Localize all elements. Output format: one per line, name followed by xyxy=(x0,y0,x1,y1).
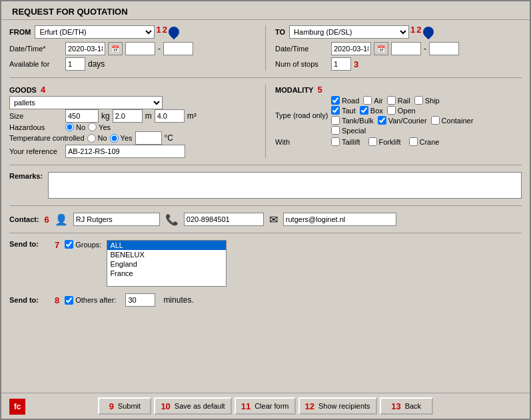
check-rail[interactable]: Rail xyxy=(387,96,410,105)
check-taillift[interactable]: Taillift xyxy=(331,137,360,146)
groups-label-text: Groups: xyxy=(75,241,101,249)
from-time-input[interactable] xyxy=(125,42,155,55)
check-road[interactable]: Road xyxy=(331,96,359,105)
from-to-section: FROM Erfurt (DE/TH) 1 2 Date/Time* 📅 xyxy=(9,25,522,71)
send-others-badge: 8 xyxy=(55,295,59,305)
app-logo: fc xyxy=(9,399,25,415)
goods-label: GOODS xyxy=(9,86,37,94)
temp-yes-label[interactable]: Yes xyxy=(110,134,133,143)
others-minutes-input[interactable] xyxy=(125,293,155,307)
check-special[interactable]: Special xyxy=(331,126,366,135)
to-date-input[interactable] xyxy=(331,42,371,55)
others-checkbox-label[interactable]: Others after: xyxy=(65,296,116,305)
save-default-badge: 10 xyxy=(161,401,170,411)
to-label: TO xyxy=(275,28,285,36)
contact-row: Contact: 6 👤 📞 ✉ xyxy=(9,213,522,226)
clear-form-label: Clear form xyxy=(255,402,288,410)
from-time-sep: - xyxy=(158,44,161,53)
hazardous-no-radio[interactable] xyxy=(65,123,74,131)
to-section: TO Hamburg (DE/SL) 1 2 Date/Time 📅 xyxy=(275,25,522,71)
form-body: FROM Erfurt (DE/TH) 1 2 Date/Time* 📅 xyxy=(1,20,530,393)
contact-phone-input[interactable] xyxy=(184,213,264,226)
modality-with-label: With xyxy=(275,138,328,146)
contact-email-input[interactable] xyxy=(283,213,396,226)
check-crane[interactable]: Crane xyxy=(409,137,440,146)
temp-value-input[interactable] xyxy=(135,131,162,145)
show-recipients-button[interactable]: 12 Show recipients xyxy=(298,397,377,415)
modality-label: MODALITY xyxy=(275,86,313,94)
goods-ref-label: Your reference xyxy=(9,147,63,155)
hazardous-yes-label[interactable]: Yes xyxy=(88,123,111,131)
groups-checkbox[interactable] xyxy=(65,240,73,249)
goods-section: GOODS 4 pallets Size kg m m³ xyxy=(9,85,256,158)
remarks-section: Remarks: xyxy=(9,172,522,199)
to-pin-icon[interactable] xyxy=(420,25,436,40)
check-container[interactable]: Container xyxy=(431,116,474,125)
group-benelux[interactable]: BENELUX xyxy=(107,250,226,259)
send-groups-row: Send to: 7 Groups: ALL BENELUX England F… xyxy=(9,240,522,287)
from-date-label: Date/Time* xyxy=(9,45,63,53)
group-all[interactable]: ALL xyxy=(107,241,226,250)
temp-no-radio[interactable] xyxy=(87,134,96,143)
save-default-button[interactable]: 10 Save as default xyxy=(154,397,231,415)
check-ship[interactable]: Ship xyxy=(414,96,440,105)
group-france[interactable]: France xyxy=(107,269,226,278)
check-open[interactable]: Open xyxy=(387,106,416,115)
to-badge2: 2 xyxy=(416,25,421,35)
goods-ref-input[interactable] xyxy=(65,145,185,158)
groups-listbox[interactable]: ALL BENELUX England France xyxy=(107,240,227,287)
goods-type-row: pallets xyxy=(9,96,256,109)
goods-vol1-input[interactable] xyxy=(113,109,143,123)
to-date-row: Date/Time 📅 - xyxy=(275,42,522,55)
from-calendar-button[interactable]: 📅 xyxy=(108,42,123,55)
check-air[interactable]: Air xyxy=(363,96,382,105)
footer-bar: fc 9 Submit 10 Save as default 11 Clear … xyxy=(1,393,530,419)
contact-name-input[interactable] xyxy=(73,213,160,226)
hazardous-yes-radio[interactable] xyxy=(88,123,97,131)
back-button[interactable]: 13 Back xyxy=(380,397,433,415)
from-pin-icon[interactable] xyxy=(167,25,182,40)
goods-type-select[interactable]: pallets xyxy=(9,96,163,109)
to-stops-input[interactable] xyxy=(331,57,351,71)
groups-checkbox-label[interactable]: Groups: xyxy=(65,240,101,249)
check-forklift[interactable]: Forklift xyxy=(368,137,401,146)
hazardous-no-label[interactable]: No xyxy=(65,123,85,131)
others-label-text: Others after: xyxy=(75,296,116,304)
goods-modality-divider xyxy=(265,85,266,158)
to-location-select[interactable]: Hamburg (DE/SL) xyxy=(289,25,409,39)
from-date-input[interactable] xyxy=(65,42,105,55)
modality-type-row: Type (road only) Road Air Rail Ship Taut… xyxy=(275,96,522,135)
from-badge1: 1 xyxy=(156,25,161,35)
to-stops-label: Num of stops xyxy=(275,60,328,68)
goods-badge: 4 xyxy=(41,85,45,95)
check-tankbulk[interactable]: Tank/Bulk xyxy=(331,116,374,125)
from-location-select[interactable]: Erfurt (DE/TH) xyxy=(35,25,155,39)
from-time-end-input[interactable] xyxy=(163,42,193,55)
modality-header: MODALITY 5 xyxy=(275,85,522,95)
contact-label: Contact: xyxy=(9,215,39,223)
submit-button[interactable]: 9 Submit xyxy=(98,397,151,415)
check-vancourier[interactable]: Van/Courier xyxy=(378,116,427,125)
clear-form-button[interactable]: 11 Clear form xyxy=(235,397,296,415)
goods-size-label: Size xyxy=(9,112,63,120)
person-icon: 👤 xyxy=(55,213,68,226)
check-box[interactable]: Box xyxy=(360,106,383,115)
from-section: FROM Erfurt (DE/TH) 1 2 Date/Time* 📅 xyxy=(9,25,256,71)
phone-icon: 📞 xyxy=(165,213,179,226)
back-label: Back xyxy=(405,402,421,410)
to-time-input[interactable] xyxy=(391,42,421,55)
remarks-textarea[interactable] xyxy=(48,172,522,199)
from-available-input[interactable] xyxy=(65,57,85,71)
check-taut[interactable]: Taut xyxy=(331,106,356,115)
show-recipients-label: Show recipients xyxy=(318,402,370,410)
goods-vol2-input[interactable] xyxy=(155,109,185,123)
to-time-end-input[interactable] xyxy=(429,42,459,55)
group-england[interactable]: England xyxy=(107,259,226,269)
goods-temp-row: Temperature controlled No Yes °C xyxy=(9,131,256,145)
temp-yes-radio[interactable] xyxy=(110,134,119,143)
goods-weight-input[interactable] xyxy=(65,109,99,123)
to-calendar-button[interactable]: 📅 xyxy=(374,42,388,55)
save-default-label: Save as default xyxy=(175,402,225,410)
temp-no-label[interactable]: No xyxy=(87,134,107,143)
others-checkbox[interactable] xyxy=(65,296,73,305)
